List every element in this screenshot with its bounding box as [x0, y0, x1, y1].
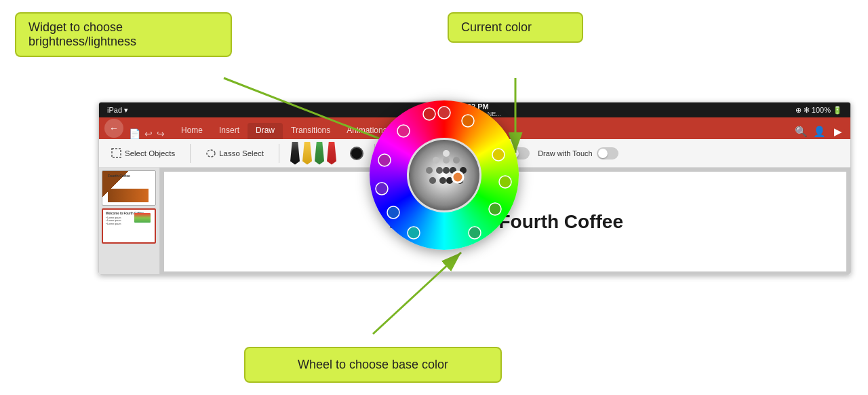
status-icons: ⊕ ✻ 100% 🔋 — [795, 106, 842, 115]
slide-2-content: Welcome to Fourth Coffee • Lorem ipsum •… — [106, 212, 153, 225]
svg-point-26 — [408, 227, 420, 239]
add-user-icon[interactable]: 👤 — [813, 126, 826, 138]
slide-1-wrapper: 1 Fourth Coffee — [102, 170, 157, 206]
status-bar-right: ⊕ ✻ 100% 🔋 — [795, 106, 842, 115]
tab-insert[interactable]: Insert — [211, 123, 248, 139]
select-objects-label: Select Objects — [125, 149, 175, 157]
play-icon[interactable]: ▶ — [831, 124, 845, 139]
svg-point-21 — [462, 115, 474, 127]
tab-transitions[interactable]: Transitions — [283, 123, 338, 139]
doc-icon: 📄 — [129, 128, 140, 139]
slide-2-thumb[interactable]: Welcome to Fourth Coffee • Lorem ipsum •… — [102, 208, 156, 244]
back-button[interactable]: ← — [104, 119, 123, 138]
separator-2 — [279, 144, 279, 163]
slide-1-title: Fourth Coffee — [108, 174, 130, 178]
draw-with-touch-label: Draw with Touch — [538, 149, 593, 157]
svg-point-28 — [376, 183, 388, 195]
undo-icon[interactable]: ↩ — [144, 128, 153, 139]
lasso-select-btn[interactable]: Lasso Select — [201, 146, 268, 161]
svg-point-23 — [499, 176, 511, 188]
pen-black[interactable] — [290, 142, 300, 165]
tab-home[interactable]: Home — [173, 123, 211, 139]
slide-1-thumb[interactable]: Fourth Coffee — [102, 170, 156, 206]
svg-point-29 — [378, 154, 391, 166]
lasso-icon — [205, 148, 216, 159]
pen-yellow[interactable] — [302, 142, 312, 165]
pen-red[interactable] — [327, 142, 336, 165]
pen-tools — [290, 142, 336, 165]
svg-point-24 — [489, 203, 501, 215]
redo-icon[interactable]: ↪ — [157, 128, 165, 139]
pen-green[interactable] — [315, 142, 324, 165]
ribbon-right-icons: 🔍 👤 ▶ — [795, 124, 845, 139]
ribbon-doc-icons: 📄 ↩ ↪ — [129, 128, 165, 139]
ipad-label: iPad ▾ — [107, 106, 128, 115]
search-icon[interactable]: 🔍 — [795, 126, 808, 138]
draw-with-touch-group: Draw with Touch — [538, 147, 618, 159]
annotation-current-color: Current color — [448, 12, 583, 43]
color-wheel-base[interactable] — [370, 100, 519, 250]
color-black-dot[interactable] — [350, 147, 363, 160]
outer-color-dots — [370, 100, 519, 250]
svg-point-25 — [469, 227, 481, 239]
color-wheel-overlay[interactable] — [370, 100, 519, 250]
svg-point-27 — [387, 206, 399, 219]
slide-panel[interactable]: 1 Fourth Coffee 2 Welcome to Fourth Coff… — [99, 168, 160, 275]
svg-point-22 — [492, 149, 505, 161]
lasso-select-label: Lasso Select — [219, 149, 264, 157]
svg-point-30 — [397, 125, 410, 137]
separator-1 — [190, 144, 191, 163]
slide-2-wrapper: 2 Welcome to Fourth Coffee • Lorem ipsum… — [102, 208, 157, 244]
svg-point-31 — [423, 108, 435, 120]
svg-point-5 — [207, 150, 215, 157]
status-bar-left: iPad ▾ — [107, 106, 128, 115]
annotation-base-color: Wheel to choose base color — [244, 347, 502, 383]
select-objects-btn[interactable]: Select Objects — [107, 146, 179, 161]
svg-point-20 — [438, 107, 450, 119]
svg-rect-4 — [112, 149, 121, 157]
slide-1-img — [108, 189, 149, 202]
tab-draw[interactable]: Draw — [248, 123, 283, 139]
draw-with-touch-toggle[interactable] — [597, 147, 618, 159]
annotation-brightness: Widget to choose brightness/lightness — [15, 12, 232, 57]
select-icon — [111, 148, 122, 159]
